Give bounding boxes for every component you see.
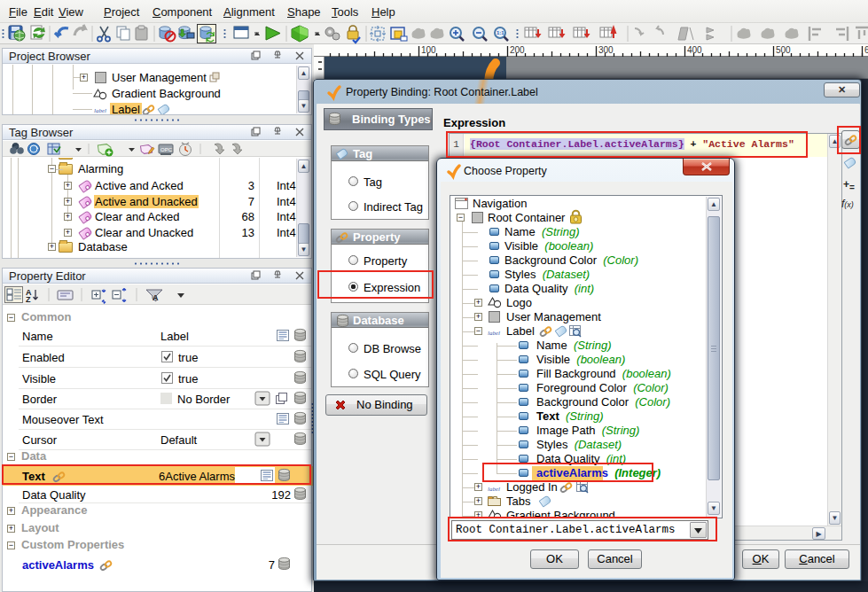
svg-text:100: 100 (421, 45, 436, 55)
svg-text:400: 400 (687, 45, 702, 55)
svg-text:OPC: OPC (160, 147, 173, 152)
svg-text:500: 500 (776, 45, 791, 55)
svg-text:600: 600 (864, 45, 868, 55)
svg-text:A: A (152, 293, 159, 302)
svg-text:200: 200 (510, 45, 525, 55)
svg-text:1:1: 1:1 (497, 30, 504, 35)
svg-text:300: 300 (598, 45, 614, 55)
svg-text:Z: Z (26, 295, 31, 304)
